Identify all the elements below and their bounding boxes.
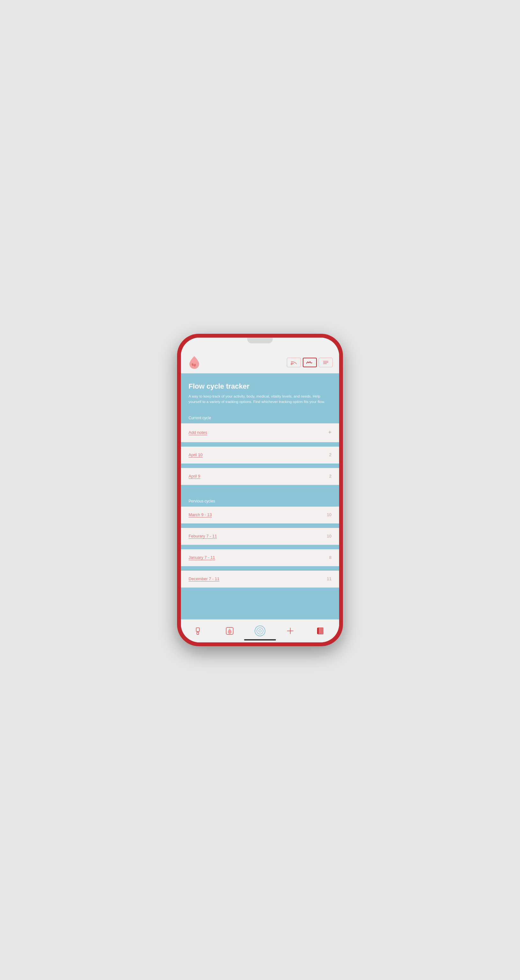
notes-icon-box[interactable] bbox=[319, 358, 333, 367]
signature-icon-box[interactable] bbox=[303, 358, 317, 367]
feed-icon-box[interactable] bbox=[287, 358, 301, 367]
current-item-1[interactable]: April 9 2 bbox=[181, 468, 339, 484]
prev-item-1-value: 10 bbox=[327, 534, 332, 538]
add-notes-item[interactable]: Add notes + bbox=[181, 423, 339, 442]
header-icons bbox=[287, 358, 333, 367]
prev-item-3[interactable]: December 7 - 11 11 bbox=[181, 571, 339, 587]
prev-item-2-value: 8 bbox=[329, 555, 332, 560]
hero-section: Flow cycle tracker A way to keep track o… bbox=[181, 373, 339, 411]
svg-point-9 bbox=[255, 626, 265, 636]
prev-item-0-value: 10 bbox=[327, 512, 332, 517]
svg-rect-6 bbox=[196, 628, 199, 632]
prev-item-2-label: January 7 - 11 bbox=[188, 555, 215, 560]
prev-item-2[interactable]: January 7 - 11 8 bbox=[181, 549, 339, 566]
logo-drop-icon bbox=[188, 355, 200, 369]
signature-icon bbox=[306, 360, 314, 365]
home-indicator bbox=[244, 639, 276, 641]
phone-frame: Flow cycle tracker A way to keep track o… bbox=[177, 334, 343, 646]
add-notes-plus: + bbox=[328, 429, 332, 436]
gap-7 bbox=[181, 587, 339, 620]
bottom-nav bbox=[181, 619, 339, 643]
notch-inner bbox=[247, 337, 273, 344]
app-header bbox=[181, 353, 339, 373]
app-description: A way to keep track of your activity, bo… bbox=[188, 394, 332, 405]
tracker-nav[interactable] bbox=[223, 624, 237, 638]
current-item-0-value: 2 bbox=[329, 452, 332, 457]
prev-item-1-label: Feburary 7 - 11 bbox=[188, 534, 217, 538]
gap-1 bbox=[181, 442, 339, 447]
current-item-1-value: 2 bbox=[329, 474, 332, 479]
notch bbox=[238, 337, 282, 347]
app-logo bbox=[187, 355, 201, 369]
prev-item-3-value: 11 bbox=[327, 576, 332, 581]
journal-nav[interactable] bbox=[314, 624, 328, 638]
gap-5 bbox=[181, 545, 339, 549]
current-item-1-label: April 9 bbox=[188, 474, 200, 479]
prev-item-3-label: December 7 - 11 bbox=[188, 576, 220, 581]
prev-item-0[interactable]: March 9 - 13 10 bbox=[181, 507, 339, 523]
scroll-area[interactable]: Flow cycle tracker A way to keep track o… bbox=[181, 373, 339, 619]
previous-cycles-label: Pervious cycles bbox=[181, 495, 339, 507]
app-title: Flow cycle tracker bbox=[188, 382, 332, 391]
home-nav[interactable] bbox=[253, 624, 267, 638]
svg-rect-15 bbox=[317, 628, 319, 634]
prev-item-1[interactable]: Feburary 7 - 11 10 bbox=[181, 528, 339, 544]
phone-screen: Flow cycle tracker A way to keep track o… bbox=[181, 337, 339, 643]
status-bar bbox=[181, 337, 339, 353]
current-cycle-label: Current cycle bbox=[181, 411, 339, 423]
notes-icon bbox=[322, 360, 329, 365]
prev-item-0-label: March 9 - 13 bbox=[188, 512, 212, 517]
current-item-0[interactable]: April 10 2 bbox=[181, 447, 339, 463]
gap-4 bbox=[181, 523, 339, 528]
svg-point-10 bbox=[257, 628, 263, 634]
gap-3 bbox=[181, 485, 339, 495]
gap-6 bbox=[181, 566, 339, 571]
svg-point-11 bbox=[259, 630, 261, 632]
add-nav[interactable] bbox=[283, 624, 297, 638]
add-notes-text: Add notes bbox=[188, 430, 207, 435]
feed-icon bbox=[290, 360, 297, 365]
profile-nav[interactable] bbox=[192, 624, 206, 638]
current-item-0-label: April 10 bbox=[188, 452, 203, 457]
svg-rect-7 bbox=[197, 632, 199, 635]
gap-2 bbox=[181, 463, 339, 468]
svg-point-2 bbox=[291, 363, 292, 365]
